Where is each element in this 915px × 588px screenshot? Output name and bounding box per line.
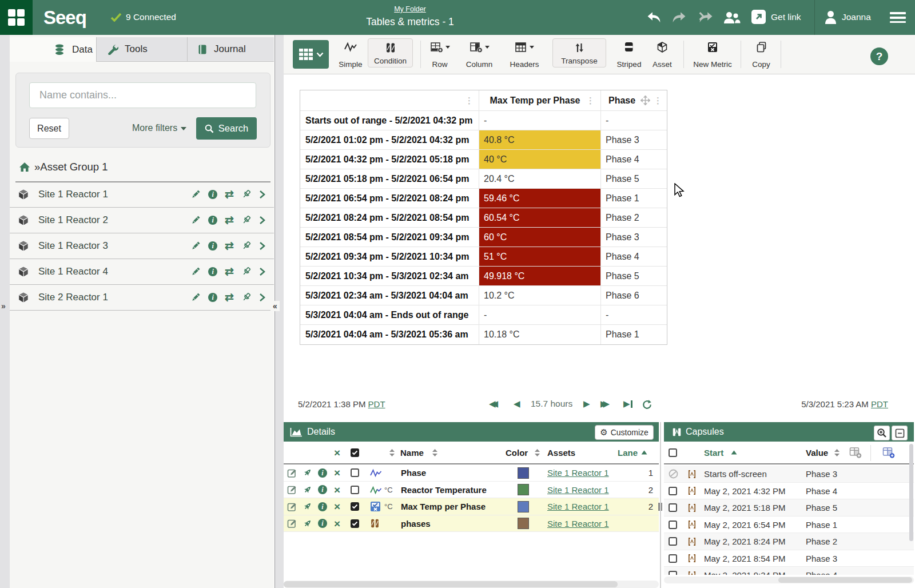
asset-list-item[interactable]: Site 1 Reactor 4 i ⇄: [10, 259, 274, 285]
asset-list-item[interactable]: Site 1 Reactor 1 i ⇄: [10, 182, 274, 208]
swap-icon[interactable]: ⇄: [225, 267, 234, 276]
trend-item-icon[interactable]: [303, 498, 312, 515]
pin-icon[interactable]: [241, 267, 251, 277]
tab-journal[interactable]: Journal: [188, 37, 274, 62]
name-contains-input[interactable]: [29, 82, 256, 108]
capsule-row[interactable]: May 2, 2021 9:34 PM Phase 4: [664, 567, 914, 575]
value-sort-icon[interactable]: [834, 442, 840, 463]
capsules-vertical-scrollbar[interactable]: [909, 444, 913, 574]
table-header-max-temp[interactable]: Max Temp per Phase⋮: [479, 90, 601, 111]
chevron-right-icon[interactable]: [258, 190, 265, 199]
tab-data[interactable]: Data: [10, 37, 97, 62]
forward-button[interactable]: [695, 10, 714, 27]
details-horizontal-scrollbar[interactable]: [284, 581, 659, 588]
details-row[interactable]: i × phases Site 1 Reactor 1: [284, 515, 659, 533]
capsule-checkbox[interactable]: [669, 567, 677, 575]
pin-icon[interactable]: [241, 215, 251, 225]
refresh-icon[interactable]: [642, 400, 652, 410]
details-row[interactable]: i × °C Reactor Temperature Site 1 Reacto…: [284, 482, 659, 499]
breadcrumb-my-folder[interactable]: My Folder: [394, 5, 426, 13]
pin-icon[interactable]: [241, 292, 251, 303]
name-sort-icon[interactable]: [389, 442, 395, 463]
add-column-blue-icon[interactable]: [882, 442, 896, 463]
info-icon[interactable]: i: [208, 293, 217, 302]
asset-list-item[interactable]: Site 1 Reactor 3 i ⇄: [10, 233, 274, 259]
edit-item-icon[interactable]: [287, 482, 297, 499]
trend-item-icon[interactable]: [303, 515, 312, 533]
details-col-name[interactable]: Name: [400, 442, 424, 463]
pin-icon[interactable]: [241, 189, 251, 200]
capsule-checkbox[interactable]: [669, 517, 677, 534]
name-sort-icon-2[interactable]: [432, 442, 438, 463]
panel-splitter-handle[interactable]: [658, 503, 663, 511]
capsule-checkbox[interactable]: [669, 483, 677, 500]
remove-item-icon[interactable]: ×: [334, 515, 340, 533]
toolbar-transpose-button[interactable]: Transpose: [552, 38, 606, 67]
customize-button[interactable]: ⚙Customize: [595, 425, 654, 440]
undo-button[interactable]: [646, 10, 663, 27]
capsule-row[interactable]: May 2, 2021 6:54 PM Phase 1: [664, 517, 914, 534]
chevron-right-icon[interactable]: [258, 216, 265, 225]
step-forward-large-button[interactable]: ▶▶: [600, 398, 610, 410]
item-info-icon[interactable]: i: [318, 515, 327, 533]
connection-status[interactable]: 9 Connected: [110, 12, 176, 22]
item-checkbox[interactable]: [351, 482, 359, 499]
details-row[interactable]: i × °C Max Temp per Phase Site 1 Reactor…: [284, 498, 659, 515]
capsule-checkbox[interactable]: [669, 499, 677, 517]
capsule-checkbox[interactable]: [669, 533, 677, 550]
item-color-swatch[interactable]: [518, 464, 529, 482]
app-grid-button[interactable]: [0, 0, 33, 35]
item-checkbox[interactable]: [351, 498, 359, 515]
expand-left-rail-chevron[interactable]: »: [1, 301, 6, 311]
redo-button[interactable]: [670, 10, 687, 27]
collapse-panel-button[interactable]: [892, 426, 908, 440]
select-all-checkbox[interactable]: [351, 442, 359, 463]
item-checkbox[interactable]: [351, 515, 359, 533]
toolbar-asset-button[interactable]: Asset: [636, 38, 688, 70]
toolbar-condition-button[interactable]: Condition: [368, 38, 413, 67]
hamburger-menu-button[interactable]: [890, 12, 906, 23]
step-back-button[interactable]: ◀: [514, 398, 520, 410]
item-checkbox[interactable]: [351, 464, 359, 482]
capsules-col-value[interactable]: Value: [806, 442, 828, 463]
column-menu-icon[interactable]: ⋮: [654, 98, 662, 104]
asset-list-item[interactable]: Site 2 Reactor 1 i ⇄: [10, 285, 274, 311]
search-button[interactable]: Search: [196, 117, 257, 140]
toolbar-headers-button[interactable]: Headers: [499, 38, 550, 70]
details-row[interactable]: i × Phase Site 1 Reactor 1 1: [284, 464, 659, 482]
step-forward-button[interactable]: ▶: [583, 398, 590, 410]
asset-group-breadcrumb[interactable]: »Asset Group 1: [19, 161, 108, 173]
remove-item-icon[interactable]: ×: [334, 498, 340, 515]
capsule-row[interactable]: May 2, 2021 8:24 PM Phase 2: [664, 533, 914, 550]
capsules-select-all-checkbox[interactable]: [669, 442, 677, 463]
step-back-large-button[interactable]: ◀◀: [489, 398, 498, 410]
edit-item-icon[interactable]: [287, 464, 297, 482]
color-sort-icon[interactable]: [534, 442, 540, 463]
edit-pencil-icon[interactable]: [190, 215, 201, 225]
swap-icon[interactable]: ⇄: [225, 216, 234, 225]
edit-item-icon[interactable]: [287, 498, 297, 515]
item-color-swatch[interactable]: [518, 482, 529, 499]
chevron-right-icon[interactable]: [258, 293, 265, 302]
more-filters-button[interactable]: More filters: [132, 123, 186, 133]
item-asset-link[interactable]: Site 1 Reactor 1: [547, 482, 609, 499]
remove-item-icon[interactable]: ×: [334, 464, 340, 482]
item-asset-link[interactable]: Site 1 Reactor 1: [547, 515, 609, 533]
capsules-col-start[interactable]: Start: [704, 442, 723, 463]
range-end-timezone-link[interactable]: PDT: [871, 399, 888, 409]
edit-pencil-icon[interactable]: [190, 241, 201, 251]
details-col-color[interactable]: Color: [506, 442, 528, 463]
start-sort-icon[interactable]: [731, 442, 737, 463]
item-asset-link[interactable]: Site 1 Reactor 1: [547, 498, 609, 515]
toolbar-new-metric-button[interactable]: New Metric: [687, 38, 738, 70]
item-color-swatch[interactable]: [518, 515, 529, 533]
column-menu-icon[interactable]: ⋮: [586, 98, 595, 104]
capsule-checkbox[interactable]: [669, 550, 677, 567]
toolbar-copy-button[interactable]: Copy: [735, 38, 787, 70]
tab-tools[interactable]: Tools: [97, 37, 188, 62]
get-link-button[interactable]: Get link: [751, 9, 801, 25]
trend-item-icon[interactable]: [303, 464, 312, 482]
column-menu-icon[interactable]: ⋮: [465, 98, 474, 104]
reset-button[interactable]: Reset: [29, 118, 69, 139]
item-info-icon[interactable]: i: [318, 464, 327, 482]
